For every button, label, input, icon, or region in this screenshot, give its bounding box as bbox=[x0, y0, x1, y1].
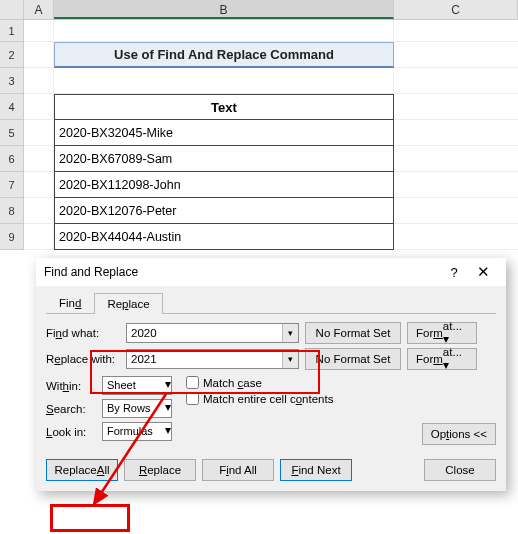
row-header-6[interactable]: 6 bbox=[0, 146, 24, 172]
find-next-button[interactable]: Find Next bbox=[280, 459, 352, 481]
chevron-down-icon[interactable]: ▾ bbox=[165, 423, 171, 440]
match-contents-checkbox[interactable]: Match entire cell contents bbox=[186, 392, 333, 405]
data-cell[interactable]: 2020-BX32045-Mike bbox=[54, 120, 394, 146]
replace-format-button[interactable]: Format... ▾ bbox=[407, 348, 477, 370]
chevron-down-icon[interactable]: ▾ bbox=[282, 350, 298, 368]
chevron-down-icon[interactable]: ▾ bbox=[165, 400, 171, 417]
dialog-title: Find and Replace bbox=[44, 265, 440, 279]
data-cell[interactable]: 2020-BX112098-John bbox=[54, 172, 394, 198]
chevron-down-icon[interactable]: ▾ bbox=[165, 377, 171, 394]
annotation-box bbox=[50, 504, 130, 532]
find-what-label: Find what: bbox=[46, 327, 120, 339]
title-cell[interactable]: Use of Find And Replace Command bbox=[54, 42, 394, 68]
help-button[interactable]: ? bbox=[440, 265, 468, 280]
row-header-8[interactable]: 8 bbox=[0, 198, 24, 224]
replace-with-combo[interactable]: ▾ bbox=[126, 349, 299, 369]
search-select[interactable]: By Rows▾ bbox=[102, 399, 172, 418]
within-select[interactable]: Sheet▾ bbox=[102, 376, 172, 395]
cell-b1[interactable] bbox=[54, 20, 394, 42]
col-header-b[interactable]: B bbox=[54, 0, 394, 19]
chevron-down-icon[interactable]: ▾ bbox=[282, 324, 298, 342]
search-label: Search: bbox=[46, 403, 96, 415]
find-what-combo[interactable]: ▾ bbox=[126, 323, 299, 343]
find-format-status: No Format Set bbox=[305, 322, 401, 344]
row-header-1[interactable]: 1 bbox=[0, 20, 24, 42]
find-format-button[interactable]: Format... ▾ bbox=[407, 322, 477, 344]
data-cell[interactable]: 2020-BX67089-Sam bbox=[54, 146, 394, 172]
row-header-7[interactable]: 7 bbox=[0, 172, 24, 198]
find-all-button[interactable]: Find All bbox=[202, 459, 274, 481]
close-button[interactable]: Close bbox=[424, 459, 496, 481]
data-cell[interactable]: 2020-BX44044-Austin bbox=[54, 224, 394, 250]
tab-find[interactable]: Find bbox=[46, 292, 94, 313]
replace-button[interactable]: Replace bbox=[124, 459, 196, 481]
select-all-corner[interactable] bbox=[0, 0, 24, 19]
col-header-a[interactable]: A bbox=[24, 0, 54, 19]
find-replace-dialog: Find and Replace ? ✕ Find Replace Find w… bbox=[36, 258, 506, 491]
lookin-select[interactable]: Formulas▾ bbox=[102, 422, 172, 441]
row-header-5[interactable]: 5 bbox=[0, 120, 24, 146]
replace-format-status: No Format Set bbox=[305, 348, 401, 370]
replace-all-button[interactable]: Replace All bbox=[46, 459, 118, 481]
row-header-4[interactable]: 4 bbox=[0, 94, 24, 120]
data-cell[interactable]: 2020-BX12076-Peter bbox=[54, 198, 394, 224]
header-cell[interactable]: Text bbox=[54, 94, 394, 120]
row-header-9[interactable]: 9 bbox=[0, 224, 24, 250]
within-label: Within: bbox=[46, 380, 96, 392]
close-icon[interactable]: ✕ bbox=[468, 263, 498, 281]
tab-replace[interactable]: Replace bbox=[94, 293, 162, 314]
row-header-3[interactable]: 3 bbox=[0, 68, 24, 94]
options-button[interactable]: Options << bbox=[422, 423, 496, 445]
replace-with-input[interactable] bbox=[127, 350, 282, 368]
find-what-input[interactable] bbox=[127, 324, 282, 342]
col-header-c[interactable]: C bbox=[394, 0, 518, 19]
match-case-checkbox[interactable]: Match case bbox=[186, 376, 333, 389]
lookin-label: Look in: bbox=[46, 426, 96, 438]
replace-with-label: Replace with: bbox=[46, 353, 120, 365]
cell-b3[interactable] bbox=[54, 68, 394, 94]
row-header-2[interactable]: 2 bbox=[0, 42, 24, 68]
